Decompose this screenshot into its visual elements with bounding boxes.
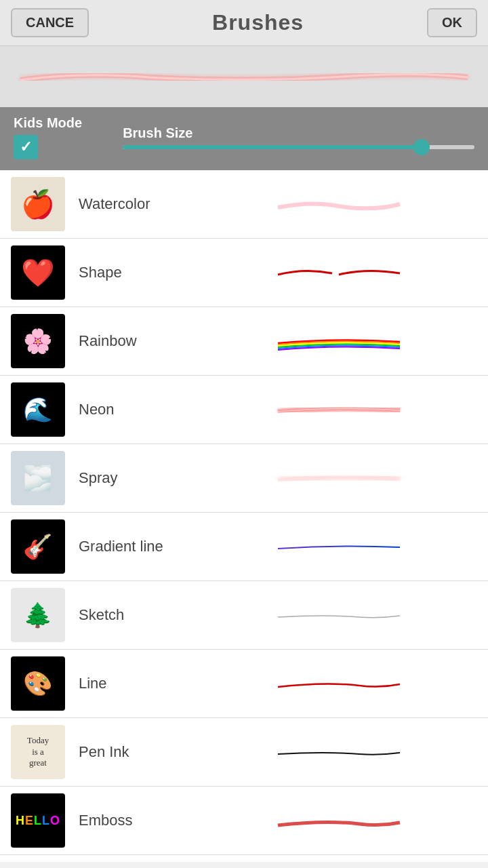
- brush-thumb-line: 🎨: [11, 656, 65, 711]
- brush-size-slider[interactable]: [123, 145, 474, 149]
- brush-thumb-gradient: 🎸: [11, 519, 65, 574]
- brush-size-section: Brush Size: [123, 125, 474, 149]
- brush-name-spray: Spray: [79, 469, 201, 487]
- preview-stroke: [14, 71, 474, 83]
- header: CANCE Brushes OK: [0, 0, 488, 46]
- brush-name-gradient: Gradient line: [79, 538, 201, 555]
- brush-item-sketch[interactable]: 🌲 Sketch: [0, 581, 488, 650]
- brush-list: 🍎 Watercolor ❤️ Shape 🌸 Rainbow: [0, 170, 488, 862]
- brush-preview-emboss: [201, 807, 477, 834]
- page-title: Brushes: [212, 10, 304, 35]
- brush-thumb-shape: ❤️: [11, 245, 65, 300]
- brush-preview-spray: [201, 465, 477, 492]
- kids-mode-label: Kids Mode: [14, 115, 82, 131]
- brush-preview-watercolor: [201, 191, 477, 218]
- brush-item-rainbow[interactable]: 🌸 Rainbow: [0, 307, 488, 376]
- brush-preview-area: [0, 46, 488, 107]
- brush-name-line: Line: [79, 675, 201, 692]
- brush-preview-neon: [201, 396, 477, 423]
- brush-name-rainbow: Rainbow: [79, 332, 201, 350]
- checkmark-icon: ✓: [20, 138, 32, 156]
- brush-item-neon[interactable]: 🌊 Neon: [0, 376, 488, 444]
- brush-item-gradient[interactable]: 🎸 Gradient line: [0, 513, 488, 581]
- cancel-button[interactable]: CANCE: [11, 8, 89, 37]
- ok-button[interactable]: OK: [427, 8, 477, 37]
- brush-thumb-rainbow: 🌸: [11, 314, 65, 368]
- brush-name-neon: Neon: [79, 401, 201, 418]
- brush-name-shape: Shape: [79, 264, 201, 281]
- controls-area: Kids Mode ✓ Brush Size: [0, 107, 488, 170]
- brush-item-spray[interactable]: 🌫️ Spray: [0, 444, 488, 513]
- brush-preview-penink: [201, 738, 477, 766]
- brush-name-penink: Pen Ink: [79, 743, 201, 761]
- slider-fill: [123, 145, 422, 149]
- slider-thumb: [413, 139, 430, 155]
- brush-preview-gradient: [201, 533, 477, 560]
- brush-name-emboss: Emboss: [79, 812, 201, 829]
- brush-item-penink[interactable]: Todayis agreat Pen Ink: [0, 718, 488, 787]
- brush-thumb-spray: 🌫️: [11, 451, 65, 505]
- kids-mode-checkbox[interactable]: ✓: [14, 135, 38, 159]
- brush-preview-line: [201, 670, 477, 697]
- brush-item-line[interactable]: 🎨 Line: [0, 650, 488, 718]
- brush-thumb-sketch: 🌲: [11, 588, 65, 642]
- brush-preview-shape: [201, 259, 477, 286]
- brush-name-sketch: Sketch: [79, 606, 201, 624]
- brush-thumb-penink: Todayis agreat: [11, 725, 65, 779]
- brush-item-watercolor[interactable]: 🍎 Watercolor: [0, 170, 488, 239]
- brush-preview-sketch: [201, 601, 477, 629]
- kids-mode-section: Kids Mode ✓: [14, 115, 82, 159]
- brush-thumb-watercolor: 🍎: [11, 177, 65, 231]
- brush-preview-rainbow: [201, 328, 477, 355]
- brush-thumb-emboss: HELLO: [11, 793, 65, 848]
- brush-thumb-neon: 🌊: [11, 382, 65, 437]
- brush-item-emboss[interactable]: HELLO Emboss: [0, 787, 488, 855]
- brush-name-watercolor: Watercolor: [79, 195, 201, 213]
- brush-item-shape[interactable]: ❤️ Shape: [0, 239, 488, 307]
